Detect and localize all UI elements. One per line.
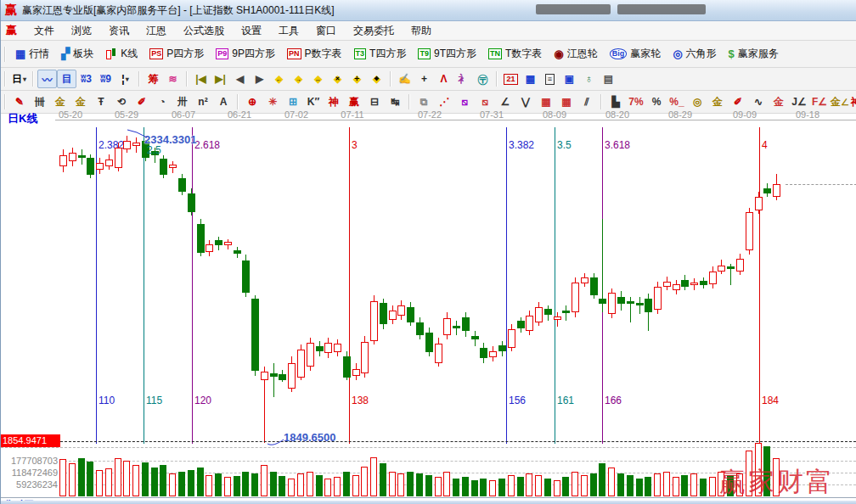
last-bar-icon[interactable]: ▶|: [211, 70, 230, 88]
f-angle-icon[interactable]: F∠: [809, 92, 830, 111]
volume-axis-label: 118472469: [2, 468, 58, 478]
pan-right-icon[interactable]: ◆→: [289, 70, 308, 88]
calculator-icon[interactable]: ▦: [521, 70, 540, 88]
gann-scale-icon[interactable]: 卌: [30, 92, 50, 111]
red-grid2-icon[interactable]: ▦: [556, 92, 577, 111]
candle: [188, 193, 195, 212]
j-angle-icon[interactable]: J∠: [789, 92, 809, 111]
box-lines-red-icon[interactable]: ⧅: [475, 92, 495, 111]
compass-icon[interactable]: Ʌ: [434, 70, 453, 88]
gann-target-icon[interactable]: ⊕: [242, 92, 262, 111]
gann-wheel-button[interactable]: ◉江恩轮: [548, 44, 603, 64]
gold-circle-icon[interactable]: ◎: [687, 92, 707, 111]
grid-target-icon[interactable]: ⊞: [283, 92, 303, 111]
parallel-lines-icon[interactable]: ⫽: [577, 92, 597, 111]
gold-line-icon[interactable]: 金: [707, 92, 728, 111]
wave-icon[interactable]: ∿: [748, 92, 769, 111]
p9-square-button[interactable]: P99P四方形: [210, 44, 281, 64]
prev-bar-icon[interactable]: ◀: [230, 70, 250, 88]
costume-icon[interactable]: 衤: [453, 70, 473, 88]
title-bar[interactable]: 赢 赢家江恩专业版[赢家内部服务平台] - [上证指数 SH1A0001-111…: [1, 0, 856, 21]
menu-item-5[interactable]: 公式选股: [175, 21, 233, 41]
first-bar-icon[interactable]: |◀: [191, 70, 211, 88]
bar-stats-icon[interactable]: ▙: [605, 92, 626, 111]
angle-lines-icon[interactable]: ∠: [495, 92, 515, 111]
save-icon[interactable]: ▣: [560, 70, 579, 88]
grid-123-icon[interactable]: ⊟: [364, 92, 385, 111]
t-number-button[interactable]: TNT数字表: [482, 44, 548, 64]
menu-item-10[interactable]: 帮助: [403, 21, 440, 41]
p-square-button[interactable]: PSP四方形: [144, 44, 210, 64]
candle-style-selector[interactable]: ¦: [115, 70, 135, 88]
gold-ratio-icon-glyph: 金: [55, 95, 65, 109]
mind-icon[interactable]: 〶: [473, 70, 493, 88]
t-square-button[interactable]: T3T四方形: [348, 44, 413, 64]
ma3-icon[interactable]: ʬ3: [76, 70, 96, 88]
gold-underline-icon[interactable]: 金: [769, 92, 789, 111]
f-tool-icon[interactable]: Ŧ: [91, 92, 111, 111]
menu-item-7[interactable]: 工具: [270, 21, 307, 41]
ma9-icon[interactable]: ʬ9: [96, 70, 115, 88]
fit-all-icon[interactable]: ◆✥: [367, 70, 386, 88]
gold-ratio2-icon[interactable]: 金: [70, 92, 91, 111]
hexagon-button[interactable]: ◎六角形: [667, 44, 722, 64]
compress-icon[interactable]: ◆✕: [328, 70, 347, 88]
save-icon-glyph: ▣: [565, 73, 574, 85]
ying-icon[interactable]: 赢: [344, 92, 364, 111]
box-lines-purple-icon[interactable]: ⧅: [454, 92, 475, 111]
zoom-out-icon[interactable]: ◆↔: [308, 70, 328, 88]
shen-icon[interactable]: 神: [324, 92, 344, 111]
chip-distribution-icon[interactable]: 筹: [144, 70, 163, 88]
crosshair-icon[interactable]: +: [414, 70, 434, 88]
expand-icon[interactable]: ◆✛: [347, 70, 367, 88]
fan-lines-icon[interactable]: ⋰: [434, 92, 454, 111]
menu-item-1[interactable]: 文件: [25, 21, 63, 41]
t-number-button-label: T数字表: [505, 47, 542, 61]
draw-brush-icon[interactable]: ✎: [9, 92, 30, 111]
brush3-icon[interactable]: ✐: [728, 92, 748, 111]
t9-square-button[interactable]: T99T四方形: [412, 44, 482, 64]
frame-icon[interactable]: ⧉: [414, 92, 434, 111]
percent-level-icon[interactable]: %_: [667, 92, 687, 111]
kline-button[interactable]: K线: [99, 44, 144, 64]
red-grid-icon[interactable]: ▦: [536, 92, 556, 111]
quote-detail-icon[interactable]: 目: [57, 70, 76, 88]
gold-ratio-icon[interactable]: 金: [50, 92, 70, 111]
quotes-button[interactable]: ▦行情: [9, 44, 55, 64]
clock-circle-icon[interactable]: ◔: [152, 92, 172, 111]
menu-item-8[interactable]: 窗口: [307, 21, 345, 41]
period-selector[interactable]: 日: [9, 70, 29, 88]
percent-icon[interactable]: %: [646, 92, 667, 111]
menu-item-3[interactable]: 资讯: [100, 21, 138, 41]
p-number-button[interactable]: PNP数字表: [281, 44, 348, 64]
gold-angle-icon[interactable]: 金∠: [830, 92, 850, 111]
workstation-icon[interactable]: ▤: [599, 70, 618, 88]
calendar-icon[interactable]: 21: [501, 70, 521, 88]
ladder-icon[interactable]: 卅: [172, 92, 193, 111]
next-bar-icon[interactable]: ▶: [250, 70, 269, 88]
menu-item-9[interactable]: 交易委托: [345, 21, 403, 41]
trend-line-icon[interactable]: 〰: [37, 70, 57, 88]
volume-profile-icon[interactable]: ≋: [163, 70, 183, 88]
percent-line-icon[interactable]: 7%: [626, 92, 646, 111]
candle: [206, 244, 213, 253]
sectors-button[interactable]: ▞板块: [55, 44, 99, 64]
pan-left-icon[interactable]: ◆←: [269, 70, 289, 88]
network-icon[interactable]: ♁: [579, 70, 599, 88]
notes-icon[interactable]: ≡: [540, 70, 560, 88]
v-lines-icon[interactable]: ⋁: [515, 92, 536, 111]
menu-item-2[interactable]: 浏览: [63, 21, 100, 41]
menu-item-4[interactable]: 江恩: [138, 21, 175, 41]
brush2-icon[interactable]: ✐: [132, 92, 152, 111]
winner-wheel-button[interactable]: Big赢家轮: [604, 44, 667, 64]
n2-icon[interactable]: n²: [193, 92, 213, 111]
width-arrow-icon[interactable]: ↹: [385, 92, 405, 111]
k-marks-icon[interactable]: K″: [303, 92, 324, 111]
angle-a-icon[interactable]: A: [213, 92, 234, 111]
menu-item-6[interactable]: 设置: [233, 21, 270, 41]
winner-service-button[interactable]: $赢家服务: [723, 44, 785, 64]
spiral-icon[interactable]: ⟲: [111, 92, 132, 111]
star-burst-icon[interactable]: ✳: [262, 92, 283, 111]
hand-icon[interactable]: ✍: [395, 70, 414, 88]
shen-angle-icon[interactable]: 神∠: [850, 92, 856, 111]
